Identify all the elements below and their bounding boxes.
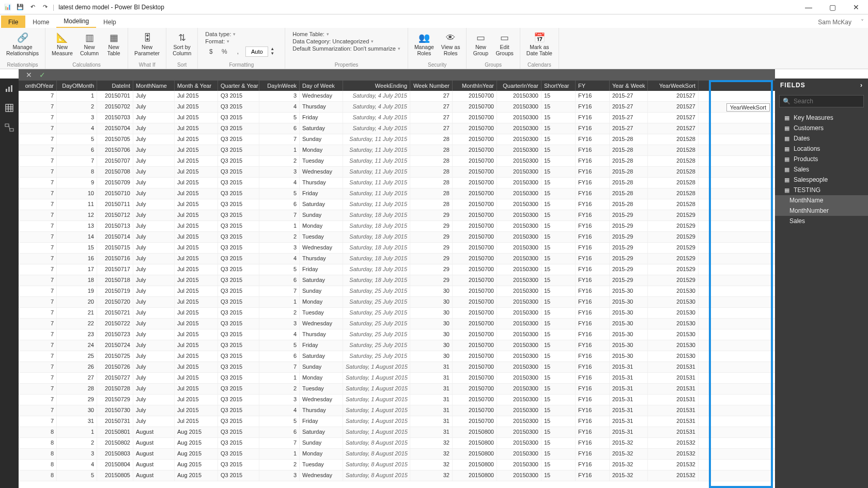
table-cell[interactable]: Saturday, 25 July 2015 [343,329,410,340]
table-cell[interactable]: 6 [57,145,97,155]
table-cell[interactable]: July [133,416,175,427]
comma-format-button[interactable]: , [232,46,243,57]
table-cell[interactable]: 29 [410,232,453,242]
table-cell[interactable]: 2015-29 [610,254,648,264]
table-cell[interactable]: 201528 [648,156,699,166]
table-cell[interactable]: Thursday [300,329,343,340]
table-cell[interactable]: Jul 2015 [175,102,218,112]
table-cell[interactable]: 29 [410,264,453,275]
table-cell[interactable]: 15 [541,232,576,242]
table-cell[interactable]: FY16 [576,373,610,383]
table-cell[interactable]: FY16 [576,286,610,296]
table-cell[interactable]: Q3 2015 [218,275,259,286]
table-cell[interactable]: 31 [410,384,453,394]
table-cell[interactable]: 201530 [648,297,699,307]
table-cell[interactable]: 20150700 [453,134,497,145]
table-cell[interactable]: 20150300 [497,373,541,383]
table-cell[interactable]: FY16 [576,405,610,416]
table-cell[interactable]: Aug 2015 [175,470,218,481]
table-cell[interactable]: Aug 2015 [175,438,218,448]
table-cell[interactable]: 2015-29 [610,275,648,286]
table-row[interactable]: 73020150730JulyJul 2015Q3 20154ThursdayS… [19,405,775,416]
table-cell[interactable]: 201527 [648,113,699,123]
table-cell[interactable]: August [133,470,175,481]
table-cell[interactable]: Jul 2015 [175,329,218,340]
table-cell[interactable]: FY16 [576,297,610,307]
table-cell[interactable]: 2015-32 [610,470,648,481]
table-cell[interactable]: 7 [259,286,300,296]
table-cell[interactable]: 7 [19,384,57,394]
table-cell[interactable]: July [133,384,175,394]
table-cell[interactable]: 4 [57,460,97,470]
table-cell[interactable]: 26 [57,362,97,372]
table-cell[interactable]: 32 [410,470,453,481]
table-cell[interactable]: 201529 [648,232,699,242]
table-cell[interactable]: Jul 2015 [175,286,218,296]
table-cell[interactable]: 15 [541,427,576,437]
table-cell[interactable]: 20150300 [497,254,541,264]
table-cell[interactable]: 20150711 [97,199,133,210]
table-cell[interactable]: Saturday, 25 July 2015 [343,308,410,318]
table-cell[interactable]: 20150712 [97,210,133,221]
table-cell[interactable]: 15 [541,221,576,231]
table-cell[interactable]: 20150800 [453,438,497,448]
table-cell[interactable]: 15 [541,156,576,166]
grid-header[interactable]: onthOfYearDayOfMonthDateIntMonthNameMont… [19,81,775,91]
table-cell[interactable]: 5 [259,113,300,123]
table-cell[interactable]: FY16 [576,254,610,264]
table-cell[interactable]: 2015-29 [610,232,648,242]
table-cell[interactable]: Q3 2015 [218,156,259,166]
table-cell[interactable]: Saturday, 1 August 2015 [343,373,410,383]
table-cell[interactable]: Tuesday [300,384,343,394]
table-cell[interactable]: FY16 [576,123,610,134]
table-cell[interactable]: FY16 [576,243,610,253]
table-cell[interactable]: FY16 [576,416,610,427]
close-button[interactable]: ✕ [844,0,868,14]
table-cell[interactable]: 2015-29 [610,243,648,253]
table-row[interactable]: 71720150717JulyJul 2015Q3 20155FridaySat… [19,264,775,275]
table-cell[interactable]: 8 [19,460,57,470]
table-cell[interactable]: FY16 [576,384,610,394]
table-cell[interactable]: 19 [57,286,97,296]
table-cell[interactable]: Q3 2015 [218,167,259,177]
model-view-button[interactable] [2,120,17,135]
table-cell[interactable]: 3 [259,470,300,481]
table-cell[interactable]: FY16 [576,427,610,437]
table-cell[interactable]: 30 [410,297,453,307]
table-cell[interactable]: 6 [259,275,300,286]
table-cell[interactable]: 15 [541,362,576,372]
table-cell[interactable]: July [133,395,175,405]
table-cell[interactable]: Friday [300,264,343,275]
table-cell[interactable]: Saturday, 11 July 2015 [343,134,410,145]
table-cell[interactable]: 27 [410,113,453,123]
table-cell[interactable]: 201529 [648,254,699,264]
table-cell[interactable]: 20150700 [453,210,497,221]
table-cell[interactable]: July [133,297,175,307]
table-cell[interactable]: 20150726 [97,362,133,372]
format-dropdown[interactable]: Format:▾ [205,38,277,44]
table-cell[interactable]: 20150300 [497,210,541,221]
table-cell[interactable]: FY16 [576,156,610,166]
table-cell[interactable]: Jul 2015 [175,384,218,394]
table-cell[interactable]: 20150300 [497,395,541,405]
table-cell[interactable]: Jul 2015 [175,178,218,188]
table-cell[interactable]: FY16 [576,199,610,210]
undo-icon[interactable]: ↶ [27,2,38,13]
column-header[interactable]: WeekEnding [343,81,410,91]
table-cell[interactable]: Q3 2015 [218,254,259,264]
column-header[interactable]: YearWeekSort [648,81,699,91]
table-cell[interactable]: 20150300 [497,329,541,340]
table-cell[interactable]: Jul 2015 [175,91,218,101]
table-cell[interactable]: 20150705 [97,134,133,145]
data-grid[interactable]: onthOfYearDayOfMonthDateIntMonthNameMont… [19,81,775,488]
table-cell[interactable]: 15 [541,438,576,448]
fields-search-input[interactable] [794,98,860,105]
table-cell[interactable]: July [133,275,175,286]
table-cell[interactable]: Saturday, 1 August 2015 [343,362,410,372]
table-cell[interactable]: 29 [410,243,453,253]
table-cell[interactable]: 7 [19,113,57,123]
table-row[interactable]: 71920150719JulyJul 2015Q3 20157SundaySat… [19,286,775,297]
table-cell[interactable]: 20150700 [453,373,497,383]
table-cell[interactable]: Thursday [300,102,343,112]
table-cell[interactable]: 20150701 [97,91,133,101]
